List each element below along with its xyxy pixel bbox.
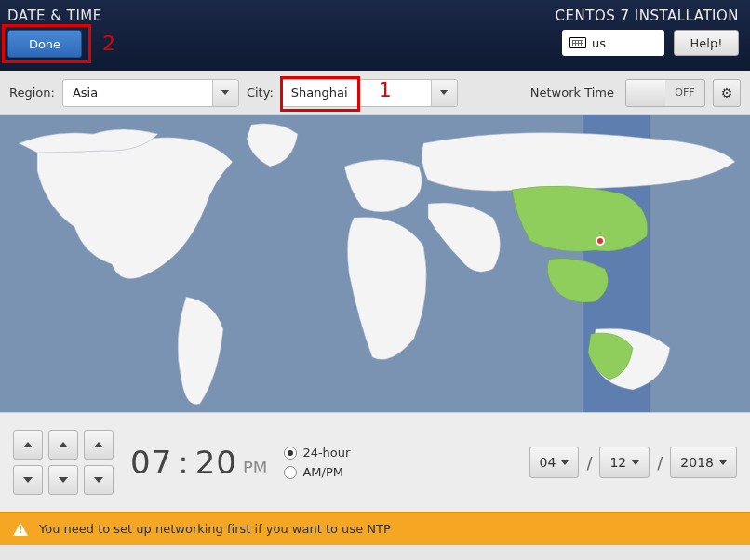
- radio-icon: [284, 447, 297, 460]
- network-time-switch[interactable]: OFF: [625, 79, 705, 107]
- header-right-row: us Help!: [562, 30, 739, 56]
- year-select[interactable]: 2018: [670, 447, 737, 478]
- installer-title: CENTOS 7 INSTALLATION: [556, 7, 739, 24]
- ampm-down-button[interactable]: [84, 465, 114, 495]
- controls-row: Region: Asia City: Shanghai 1 Network Ti…: [0, 71, 750, 115]
- hour-down-button[interactable]: [13, 465, 43, 495]
- date-sep-1: /: [586, 453, 592, 473]
- day-value: 12: [609, 455, 626, 470]
- month-select[interactable]: 04: [529, 447, 580, 478]
- switch-knob: [626, 80, 665, 106]
- chevron-down-icon: [632, 460, 639, 465]
- region-dropdown-button[interactable]: [212, 80, 238, 106]
- region-value: Asia: [63, 80, 212, 106]
- city-value: Shanghai 1: [282, 80, 431, 106]
- clock-ampm: PM: [243, 458, 267, 477]
- time-row: 07 : 20 PM 24-hour AM/PM 04 / 12 / 2018: [0, 413, 750, 512]
- hour-up-button[interactable]: [13, 430, 43, 460]
- clock-minute: 20: [195, 444, 237, 481]
- city-value-text: Shanghai: [291, 86, 348, 100]
- time-format-group: 24-hour AM/PM: [284, 446, 350, 479]
- region-combobox[interactable]: Asia: [62, 79, 239, 107]
- warning-bar: You need to set up networking first if y…: [0, 512, 750, 545]
- city-dropdown-button[interactable]: [431, 80, 457, 106]
- format-24hour-option[interactable]: 24-hour: [284, 446, 350, 460]
- chevron-down-icon: [23, 477, 33, 483]
- region-label: Region:: [9, 86, 55, 100]
- minute-up-button[interactable]: [48, 430, 78, 460]
- radio-icon: [284, 466, 297, 479]
- chevron-up-icon: [23, 442, 33, 447]
- day-select[interactable]: 12: [599, 447, 650, 478]
- year-value: 2018: [680, 455, 714, 470]
- city-marker: [596, 236, 605, 246]
- city-combobox-wrap: Shanghai 1: [281, 79, 458, 107]
- time-spinners: [13, 430, 114, 495]
- format-ampm-label: AM/PM: [302, 465, 343, 479]
- header-bar: DATE & TIME Done 2 CENTOS 7 INSTALLATION…: [0, 0, 750, 71]
- annotation-number-2: 2: [102, 32, 115, 55]
- clock-colon: :: [178, 444, 189, 481]
- chevron-up-icon: [94, 442, 103, 447]
- network-time-label: Network Time: [530, 86, 614, 100]
- date-sep-2: /: [657, 453, 663, 473]
- help-button[interactable]: Help!: [674, 30, 739, 56]
- keyboard-layout-text: us: [592, 36, 606, 50]
- month-value: 04: [540, 455, 556, 470]
- format-24hour-label: 24-hour: [302, 446, 350, 460]
- format-ampm-option[interactable]: AM/PM: [284, 465, 350, 479]
- ampm-up-button[interactable]: [84, 430, 114, 460]
- header-left: DATE & TIME Done 2: [7, 7, 102, 63]
- clock-hour: 07: [130, 444, 172, 481]
- timezone-map[interactable]: [0, 115, 750, 413]
- gear-icon: ⚙: [721, 86, 733, 100]
- done-button[interactable]: Done: [7, 30, 82, 58]
- network-time-settings-button[interactable]: ⚙: [713, 79, 741, 107]
- chevron-down-icon: [440, 90, 448, 95]
- chevron-down-icon: [221, 90, 229, 95]
- warning-text: You need to set up networking first if y…: [39, 522, 391, 536]
- header-right: CENTOS 7 INSTALLATION us Help!: [556, 7, 739, 63]
- done-button-wrap: Done 2: [7, 30, 102, 58]
- warning-icon: [13, 523, 28, 536]
- chevron-down-icon: [94, 477, 103, 483]
- city-combobox[interactable]: Shanghai 1: [281, 79, 458, 107]
- chevron-down-icon: [719, 460, 727, 465]
- keyboard-icon: [569, 37, 586, 48]
- city-label: City:: [247, 86, 274, 100]
- chevron-down-icon: [561, 460, 569, 465]
- date-group: 04 / 12 / 2018: [529, 447, 737, 478]
- chevron-down-icon: [59, 477, 68, 483]
- keyboard-indicator[interactable]: us: [562, 30, 664, 56]
- chevron-up-icon: [59, 442, 68, 447]
- clock-display: 07 : 20 PM: [130, 444, 267, 481]
- world-map-svg: [0, 115, 750, 413]
- annotation-number-1: 1: [379, 78, 392, 101]
- minute-down-button[interactable]: [48, 465, 78, 495]
- page-title: DATE & TIME: [7, 7, 102, 24]
- switch-state-label: OFF: [665, 80, 704, 106]
